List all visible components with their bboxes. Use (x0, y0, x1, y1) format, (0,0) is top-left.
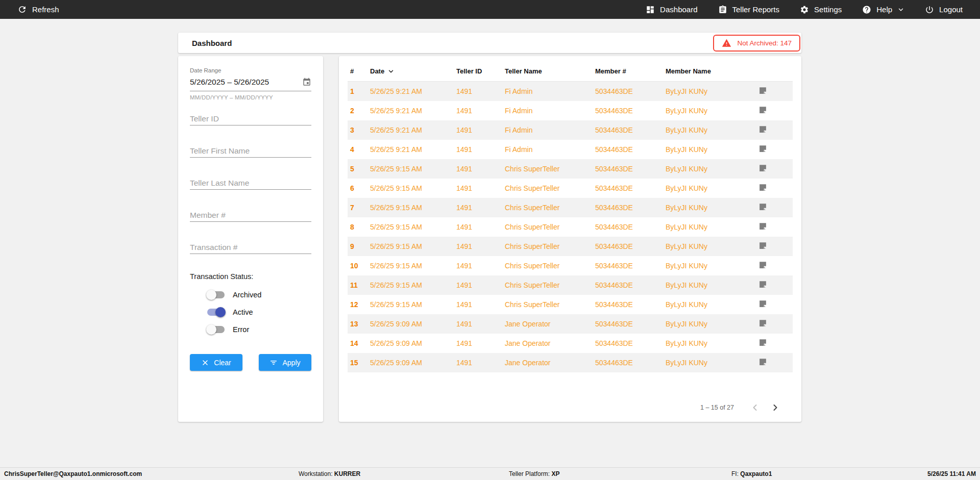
cell-member-name: ByLyJI KUNy (663, 165, 756, 173)
archived-toggle[interactable] (206, 290, 226, 300)
note-icon (758, 319, 767, 327)
table-row[interactable]: 35/26/25 9:21 AM1491Fi Admin5034463DEByL… (348, 120, 793, 140)
table-row[interactable]: 65/26/25 9:15 AM1491Chris SuperTeller503… (348, 179, 793, 198)
cell-teller-id: 1491 (454, 242, 502, 250)
fi-value: Qaxpauto1 (740, 470, 772, 477)
note-button[interactable] (756, 338, 793, 348)
cell-teller-name: Chris SuperTeller (502, 204, 593, 212)
table-row[interactable]: 55/26/25 9:15 AM1491Chris SuperTeller503… (348, 159, 793, 179)
teller-id-field[interactable] (190, 113, 311, 125)
note-button[interactable] (756, 183, 793, 193)
cell-member-name: ByLyJI KUNy (663, 87, 756, 95)
clipboard-icon (718, 5, 727, 14)
column-header-date[interactable]: Date (368, 67, 454, 75)
member-number-field[interactable] (190, 209, 311, 222)
table-row[interactable]: 145/26/25 9:09 AM1491Jane Operator503446… (348, 334, 793, 353)
nav-item-dashboard[interactable]: Dashboard (646, 5, 697, 14)
note-button[interactable] (756, 241, 793, 251)
nav-item-logout[interactable]: Logout (925, 5, 963, 14)
nav-item-label: Dashboard (660, 5, 697, 14)
note-button[interactable] (756, 106, 793, 116)
not-archived-badge: Not Archived: 147 (713, 35, 800, 52)
cell-teller-id: 1491 (454, 281, 502, 289)
table-row[interactable]: 105/26/25 9:15 AM1491Chris SuperTeller50… (348, 256, 793, 275)
cell-date: 5/26/25 9:15 AM (368, 300, 454, 309)
cell-teller-id: 1491 (454, 107, 502, 115)
transaction-status-label: Transaction Status: (190, 272, 311, 281)
cell-teller-name: Fi Admin (502, 87, 593, 95)
table-row[interactable]: 155/26/25 9:09 AM1491Jane Operator503446… (348, 353, 793, 372)
nav-item-teller-reports[interactable]: Teller Reports (718, 5, 780, 14)
prev-page-button[interactable] (748, 401, 762, 414)
column-header-label: Teller Name (505, 67, 542, 75)
date-range-input[interactable]: 5/26/2025 – 5/26/2025 (190, 76, 311, 88)
table-row[interactable]: 125/26/25 9:15 AM1491Chris SuperTeller50… (348, 295, 793, 314)
apply-button[interactable]: Apply (259, 354, 311, 371)
note-button[interactable] (756, 144, 793, 155)
next-page-button[interactable] (769, 401, 782, 414)
workstation-info: Workstation: KURRER (299, 468, 360, 480)
note-button[interactable] (756, 358, 793, 368)
column-header-row-number[interactable]: # (348, 67, 368, 75)
table-header-row: #DateTeller IDTeller NameMember #Member … (348, 61, 793, 82)
cell-teller-name: Fi Admin (502, 107, 593, 115)
note-button[interactable] (756, 280, 793, 290)
column-header-label: Member # (595, 67, 626, 75)
column-header-member-name[interactable]: Member Name (663, 67, 756, 75)
cell-teller-id: 1491 (454, 87, 502, 95)
error-toggle[interactable] (206, 324, 226, 335)
clear-label: Clear (214, 359, 231, 367)
note-button[interactable] (756, 125, 793, 135)
dashboard-icon (646, 5, 655, 14)
transaction-number-field[interactable] (190, 241, 311, 254)
cell-teller-name: Chris SuperTeller (502, 184, 593, 192)
note-button[interactable] (756, 261, 793, 271)
column-header-member-number[interactable]: Member # (593, 67, 663, 75)
note-button[interactable] (756, 86, 793, 96)
nav-item-label: Settings (814, 5, 842, 14)
table-row[interactable]: 135/26/25 9:09 AM1491Jane Operator503446… (348, 314, 793, 334)
cell-teller-name: Chris SuperTeller (502, 165, 593, 173)
nav-item-settings[interactable]: Settings (800, 5, 842, 14)
note-button[interactable] (756, 222, 793, 232)
teller-first-name-field[interactable] (190, 145, 311, 158)
column-header-teller-id[interactable]: Teller ID (454, 67, 502, 75)
table-row[interactable]: 85/26/25 9:15 AM1491Chris SuperTeller503… (348, 217, 793, 237)
cell-member-number: 5034463DE (593, 126, 663, 134)
cell-row-number: 8 (348, 223, 368, 231)
teller-last-name-field[interactable] (190, 177, 311, 190)
note-button[interactable] (756, 299, 793, 310)
cell-date: 5/26/25 9:21 AM (368, 145, 454, 154)
cell-date: 5/26/25 9:09 AM (368, 339, 454, 347)
error-toggle-label: Error (233, 325, 249, 334)
workstation-label: Workstation: (299, 470, 332, 477)
cell-member-number: 5034463DE (593, 300, 663, 309)
active-toggle[interactable] (206, 307, 226, 317)
clear-button[interactable]: Clear (190, 354, 242, 371)
table-row[interactable]: 15/26/25 9:21 AM1491Fi Admin5034463DEByL… (348, 82, 793, 101)
table-row[interactable]: 115/26/25 9:15 AM1491Chris SuperTeller50… (348, 275, 793, 295)
not-archived-label: Not Archived: 147 (737, 39, 792, 47)
column-header-teller-name[interactable]: Teller Name (502, 67, 593, 75)
cell-member-name: ByLyJI KUNy (663, 339, 756, 347)
table-row[interactable]: 95/26/25 9:15 AM1491Chris SuperTeller503… (348, 237, 793, 256)
table-row[interactable]: 25/26/25 9:21 AM1491Fi Admin5034463DEByL… (348, 101, 793, 120)
note-icon (758, 125, 767, 134)
cell-teller-id: 1491 (454, 165, 502, 173)
note-button[interactable] (756, 164, 793, 174)
calendar-icon[interactable] (302, 78, 311, 87)
table-row[interactable]: 75/26/25 9:15 AM1491Chris SuperTeller503… (348, 198, 793, 217)
teller-platform-label: Teller Platform: (509, 470, 550, 477)
filter-panel: Date Range 5/26/2025 – 5/26/2025 MM/DD/Y… (178, 56, 323, 422)
note-button[interactable] (756, 203, 793, 213)
cell-member-number: 5034463DE (593, 145, 663, 154)
table-row[interactable]: 45/26/25 9:21 AM1491Fi Admin5034463DEByL… (348, 140, 793, 159)
page-title: Dashboard (192, 39, 232, 47)
nav-item-help[interactable]: Help (862, 5, 904, 14)
note-button[interactable] (756, 319, 793, 329)
archived-toggle-label: Archived (233, 291, 261, 299)
cell-date: 5/26/25 9:21 AM (368, 87, 454, 95)
refresh-button[interactable]: Refresh (17, 5, 59, 14)
cell-date: 5/26/25 9:21 AM (368, 126, 454, 134)
cell-member-name: ByLyJI KUNy (663, 126, 756, 134)
